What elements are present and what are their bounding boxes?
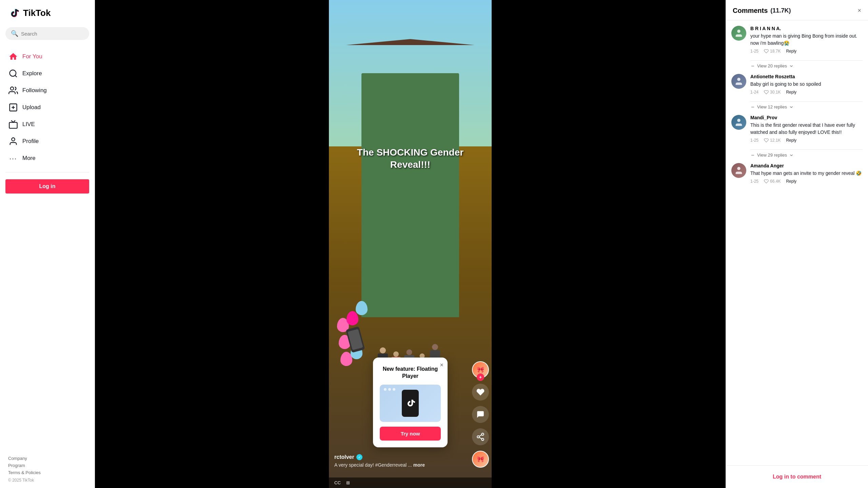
footer-terms[interactable]: Terms & Policies [8, 470, 86, 475]
upload-label: Upload [22, 104, 41, 111]
comment-text: your hype man is giving Bing Bong from i… [750, 33, 863, 47]
captions-button[interactable]: CC [334, 480, 341, 485]
comment-text: This is the first gender reveal that I h… [750, 122, 863, 136]
footer-program[interactable]: Program [8, 463, 86, 468]
comments-header: Comments (11.7K) × [726, 0, 868, 20]
popup-phone [402, 390, 419, 417]
svg-point-10 [481, 438, 484, 441]
home-icon [8, 52, 18, 62]
comment-likes[interactable]: 66.4K [764, 179, 781, 184]
comment-body: Amanda Anger That hype man gets an invit… [750, 163, 863, 184]
verified-badge: ✓ [356, 454, 362, 460]
for-you-label: For You [22, 53, 42, 60]
sidebar-item-upload[interactable]: Upload [3, 99, 92, 116]
svg-line-12 [479, 435, 481, 436]
logo-container[interactable]: TikTok [0, 0, 95, 24]
creator-avatar[interactable]: 🎀 + [472, 361, 489, 378]
comment-divider [750, 60, 863, 61]
upload-icon [8, 102, 18, 113]
comment-avatar[interactable] [731, 74, 746, 89]
search-input[interactable] [21, 31, 84, 37]
follow-button[interactable]: + [477, 373, 484, 381]
floating-player-popup: × New feature: Floating Player Try now [373, 358, 448, 447]
more-icon: ··· [8, 153, 18, 163]
sidebar-item-more[interactable]: ··· More [3, 150, 92, 167]
comment-meta: 1-24 30.1K Reply [750, 90, 863, 95]
comment-reply-button[interactable]: Reply [786, 90, 796, 95]
comment-text: Baby girl is going to be so spoiled [750, 81, 863, 88]
comment-reply-button[interactable]: Reply [786, 179, 796, 184]
comment-item: B R I A N N A. your hype man is giving B… [731, 26, 863, 54]
following-icon [8, 85, 18, 96]
video-info: rctolver ✓ A very special day! #Genderre… [334, 454, 465, 468]
comments-title: Comments [733, 7, 768, 15]
svg-line-11 [479, 438, 481, 439]
svg-point-13 [737, 30, 740, 33]
comment-item: Mandi_Prov This is the first gender reve… [731, 115, 863, 143]
search-box[interactable]: 🔍 [5, 27, 89, 40]
comment-reply-button[interactable]: Reply [786, 49, 796, 54]
comment-reply-button[interactable]: Reply [786, 138, 796, 143]
more-button[interactable]: more [413, 462, 425, 468]
comment-likes[interactable]: 12.1K [764, 138, 781, 143]
comments-footer: Log in to comment [726, 465, 868, 488]
like-button[interactable] [472, 384, 489, 401]
music-avatar: 🎀 [472, 451, 489, 468]
try-now-button[interactable]: Try now [380, 427, 441, 441]
video-actions: 🎀 + 🎀 [472, 361, 489, 468]
comments-close-button[interactable]: × [857, 7, 861, 14]
comment-username: Mandi_Prov [750, 115, 863, 120]
popup-title: New feature: Floating Player [380, 366, 441, 380]
comment-avatar[interactable] [731, 26, 746, 41]
svg-point-8 [481, 433, 484, 435]
view-replies-button[interactable]: View 29 replies [750, 152, 863, 158]
popup-close-button[interactable]: × [440, 362, 443, 369]
comments-list: B R I A N N A. your hype man is giving B… [726, 20, 868, 465]
footer-company[interactable]: Company [8, 456, 86, 461]
sidebar: TikTok 🔍 For You Explore Following [0, 0, 95, 488]
svg-point-17 [737, 119, 740, 122]
explore-label: Explore [22, 70, 42, 77]
sidebar-item-live[interactable]: LIVE [3, 116, 92, 133]
comment-meta: 1-25 12.1K Reply [750, 138, 863, 143]
comment-meta: 1-25 66.4K Reply [750, 179, 863, 184]
video-container: The SHOCKING Gender Reveal!!! 🎀 + [329, 0, 492, 488]
video-username: rctolver ✓ [334, 454, 465, 460]
comment-likes[interactable]: 30.1K [764, 90, 781, 95]
profile-label: Profile [22, 138, 39, 145]
comments-panel: Comments (11.7K) × B R I A N N A. your h… [726, 0, 868, 488]
comment-date: 1-25 [750, 138, 758, 143]
sidebar-item-for-you[interactable]: For You [3, 48, 92, 65]
sidebar-item-following[interactable]: Following [3, 82, 92, 99]
sidebar-divider [5, 172, 89, 172]
share-button[interactable] [472, 428, 489, 445]
comment-divider [750, 101, 863, 102]
comment-likes[interactable]: 18.7K [764, 49, 781, 54]
comment-body: Antionette Roszetta Baby girl is going t… [750, 74, 863, 95]
svg-point-1 [10, 70, 16, 77]
comment-username: Amanda Anger [750, 163, 863, 168]
comment-date: 1-24 [750, 90, 758, 95]
explore-icon [8, 68, 18, 79]
login-to-comment-button[interactable]: Log in to comment [733, 471, 861, 483]
main-content: The SHOCKING Gender Reveal!!! 🎀 + [95, 0, 726, 488]
cc-controls: CC ⊞ [334, 480, 350, 485]
view-replies-button[interactable]: View 12 replies [750, 104, 863, 109]
live-icon [8, 119, 18, 129]
comment-date: 1-25 [750, 179, 758, 184]
sidebar-item-profile[interactable]: Profile [3, 133, 92, 150]
sidebar-item-explore[interactable]: Explore [3, 65, 92, 82]
popup-dot-3 [393, 388, 395, 391]
comment-divider [750, 149, 863, 150]
footer-copyright: © 2025 TikTok [8, 478, 86, 483]
download-button[interactable]: ⊞ [346, 480, 350, 485]
music-disc[interactable]: 🎀 [472, 451, 489, 468]
view-replies-button[interactable]: View 20 replies [750, 63, 863, 68]
comment-avatar[interactable] [731, 115, 746, 130]
comments-count: (11.7K) [770, 7, 791, 14]
login-button[interactable]: Log in [5, 179, 89, 194]
svg-point-19 [737, 167, 740, 170]
comment-button[interactable] [472, 406, 489, 423]
comment-avatar[interactable] [731, 163, 746, 178]
video-title-overlay: The SHOCKING Gender Reveal!!! [345, 146, 475, 171]
